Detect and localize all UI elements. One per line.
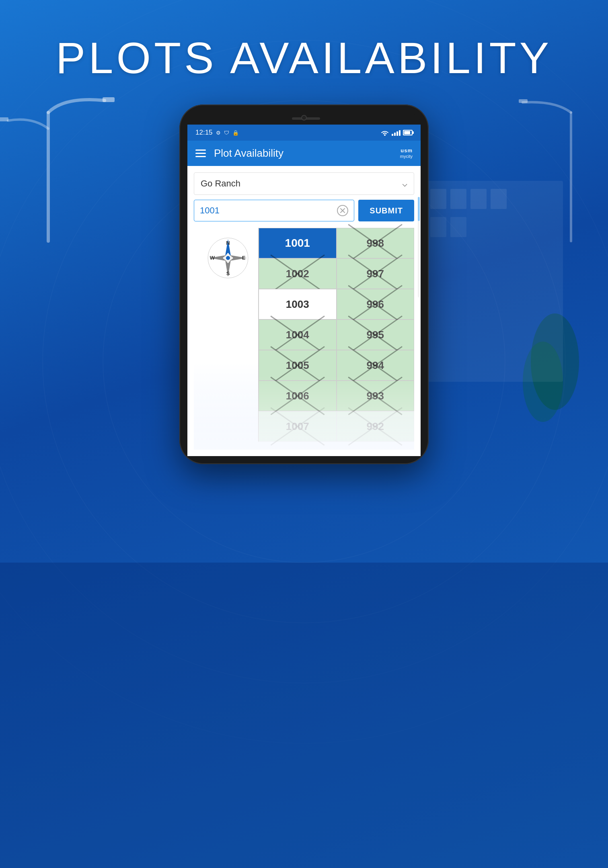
plot-number: 1007 [286,420,309,433]
compass: N S E W [206,236,250,280]
scrollbar-track[interactable] [418,197,420,297]
hamburger-line-1 [195,149,206,151]
hamburger-line-2 [195,153,206,154]
status-left: 12:15 ⚙ 🛡 🔒 [195,129,239,137]
plot-number: 1003 [286,298,309,311]
mycity-brand-text: mycity [400,154,413,159]
plot-number: 994 [367,359,384,372]
plot-1003[interactable]: 1003 [259,289,337,319]
wifi-icon [380,129,389,136]
app-bar-title: Plot Availability [214,147,392,160]
plot-number: 1001 [285,237,310,250]
plot-996[interactable]: 996 [337,289,415,319]
plot-1006[interactable]: 1006 [259,381,337,411]
plot-994[interactable]: 994 [337,350,415,381]
app-bar: Plot Availability usm mycity [187,141,421,166]
plot-1002[interactable]: 1002 [259,258,337,289]
scrollbar-thumb[interactable] [418,197,420,221]
submit-button[interactable]: SUBMIT [358,200,414,221]
plot-992[interactable]: 992 [337,411,415,442]
usm-logo: usm mycity [400,148,413,158]
plot-number: 1005 [286,359,309,372]
signal-bars [392,129,401,136]
svg-text:E: E [242,255,246,261]
plot-number: 998 [367,237,384,250]
svg-text:W: W [210,255,215,261]
page-title: PLOTS AVAILABILITY [0,32,608,83]
plot-1004[interactable]: 1004 [259,319,337,350]
chevron-down-icon: ⌵ [402,178,407,189]
location-dropdown[interactable]: Go Ranch ⌵ [194,172,414,195]
clear-input-button[interactable] [337,205,348,216]
lock-icon: 🔒 [232,130,239,136]
status-bar: 12:15 ⚙ 🛡 🔒 [187,125,421,141]
phone-body: 12:15 ⚙ 🛡 🔒 [179,104,429,464]
plot-number: 1004 [286,329,309,341]
plot-number: 1006 [286,390,309,402]
times-icon [340,208,345,213]
usm-brand-text: usm [400,148,413,154]
shield-icon: 🛡 [224,130,229,136]
plot-number: 992 [367,420,384,433]
svg-point-19 [384,134,386,136]
plot-1001[interactable]: 1001 [259,228,337,258]
plot-number: 996 [367,298,384,311]
plot-1005[interactable]: 1005 [259,350,337,381]
battery-icon [403,130,413,135]
dropdown-selected-value: Go Ranch [201,178,240,189]
plot-number: 995 [367,329,384,341]
status-right [380,129,413,136]
hamburger-line-3 [195,156,206,157]
plot-number-input[interactable]: 1001 [194,200,354,221]
phone-screen: 12:15 ⚙ 🛡 🔒 [187,125,421,456]
plot-grid: 1001 998 1002 997 [258,228,414,442]
plot-1007[interactable]: 1007 [259,411,337,442]
map-grid-area: N S E W 1001 998 [194,228,414,450]
svg-text:S: S [226,270,230,276]
plot-993[interactable]: 993 [337,381,415,411]
hamburger-menu-button[interactable] [195,149,206,157]
plot-number: 997 [367,268,384,280]
front-camera [301,115,307,121]
plot-995[interactable]: 995 [337,319,415,350]
phone-mockup: 12:15 ⚙ 🛡 🔒 [179,104,429,464]
svg-text:N: N [226,240,230,246]
svg-point-29 [226,256,230,260]
gear-icon: ⚙ [216,130,221,136]
plot-number: 1002 [286,268,309,280]
phone-notch [187,113,421,125]
plot-997[interactable]: 997 [337,258,415,289]
plot-number-value: 1001 [200,205,220,216]
status-time: 12:15 [195,129,213,137]
plot-number: 993 [367,390,384,402]
search-row: 1001 SUBMIT [194,200,414,221]
compass-area: N S E W [194,228,258,280]
content-area: Go Ranch ⌵ 1001 SUBMIT [187,166,421,456]
plot-998[interactable]: 998 [337,228,415,258]
